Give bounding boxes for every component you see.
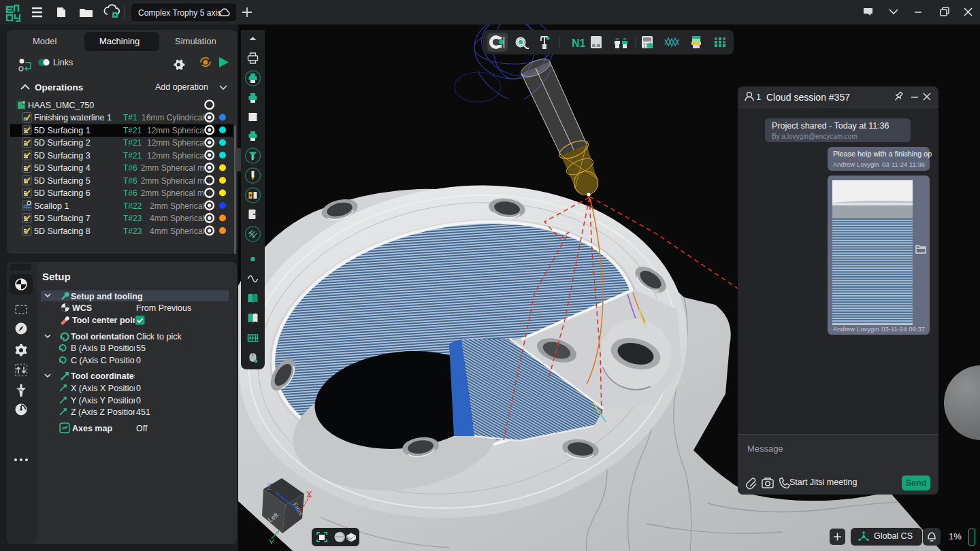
svg-text:T#21: T#21 <box>123 151 142 161</box>
svg-text:X (Axis X Position: X (Axis X Position <box>71 384 138 393</box>
svg-text:12mm Spherica: 12mm Spherica <box>147 151 204 161</box>
svg-text:Finishing waterline 1: Finishing waterline 1 <box>34 113 112 122</box>
svg-text:T#21: T#21 <box>123 126 142 135</box>
svg-text:5D Surfacing 4: 5D Surfacing 4 <box>34 163 91 173</box>
svg-text:B (Axis B Position: B (Axis B Position <box>71 344 138 353</box>
svg-text:16mm Cylindrical: 16mm Cylindrical <box>142 113 204 122</box>
svg-text:2mm Spherical m: 2mm Spherical m <box>141 163 204 173</box>
svg-text:5D Surfacing 2: 5D Surfacing 2 <box>34 138 91 148</box>
svg-text:T#1: T#1 <box>123 113 137 122</box>
svg-text:Click to pick: Click to pick <box>136 332 182 341</box>
svg-text:N1: N1 <box>572 37 586 49</box>
svg-text:WCS: WCS <box>72 303 92 313</box>
svg-text:T#22: T#22 <box>123 201 142 211</box>
svg-text:0: 0 <box>136 356 141 365</box>
svg-text:Complex Trophy 5 axis: Complex Trophy 5 axis <box>138 8 221 18</box>
svg-text:Z (Axis Z Position: Z (Axis Z Position <box>71 407 137 417</box>
svg-text:12mm Spherica: 12mm Spherica <box>147 126 204 135</box>
svg-text:4mm Spherical: 4mm Spherical <box>150 227 204 236</box>
svg-text:C (Axis C Position: C (Axis C Position <box>71 356 140 365</box>
svg-text:5D Surfacing 8: 5D Surfacing 8 <box>34 227 91 236</box>
svg-text:0: 0 <box>136 384 141 393</box>
svg-text:T#6: T#6 <box>123 176 137 186</box>
svg-text:From Previous: From Previous <box>136 303 191 313</box>
svg-text:T#6: T#6 <box>123 188 137 198</box>
svg-text:5D Surfacing 3: 5D Surfacing 3 <box>34 151 91 161</box>
svg-text:Links: Links <box>53 58 73 67</box>
svg-text:Operations: Operations <box>35 82 83 93</box>
svg-text:2mm Spherical m: 2mm Spherical m <box>141 176 204 186</box>
svg-text:5D Surfacing 5: 5D Surfacing 5 <box>34 176 91 186</box>
svg-text:0: 0 <box>136 396 141 405</box>
svg-text:Tool orientation: Tool orientation <box>71 332 135 341</box>
svg-text:Setup and tooling: Setup and tooling <box>71 292 143 301</box>
svg-text:5D Surfacing 1: 5D Surfacing 1 <box>34 126 91 135</box>
svg-text:1: 1 <box>756 92 761 102</box>
svg-text:2mm Spherical: 2mm Spherical <box>150 201 204 211</box>
svg-text:HAAS_UMC_750: HAAS_UMC_750 <box>28 101 94 110</box>
svg-text:Z: Z <box>267 482 272 492</box>
svg-text:Tool center point r: Tool center point r <box>72 316 146 325</box>
svg-text:Add operation: Add operation <box>155 82 208 92</box>
svg-text:Off: Off <box>136 424 148 433</box>
svg-text:451: 451 <box>136 407 150 417</box>
svg-text:12mm Spherica: 12mm Spherica <box>147 138 204 148</box>
svg-text:Setup: Setup <box>42 271 71 282</box>
svg-text:T#23: T#23 <box>123 214 142 223</box>
svg-text:5D Surfacing 7: 5D Surfacing 7 <box>34 214 91 223</box>
svg-text:Y (Axis Y Position: Y (Axis Y Position <box>71 396 138 405</box>
svg-text:T#23: T#23 <box>123 227 142 236</box>
svg-text:T#6: T#6 <box>123 163 137 173</box>
svg-text:T#21: T#21 <box>123 138 142 148</box>
svg-text:Y: Y <box>269 538 274 544</box>
svg-text:Cloud session #357: Cloud session #357 <box>766 92 850 103</box>
svg-text:X: X <box>306 489 312 499</box>
svg-text:Axes map: Axes map <box>72 424 112 433</box>
svg-text:2mm Spherical m: 2mm Spherical m <box>141 188 204 198</box>
svg-text:Scallop 1: Scallop 1 <box>34 201 69 211</box>
svg-text:4mm Spherical: 4mm Spherical <box>150 214 204 223</box>
svg-text:Tool coordinates in: Tool coordinates in <box>71 371 148 381</box>
svg-text:55: 55 <box>136 344 146 353</box>
svg-text:5D Surfacing 6: 5D Surfacing 6 <box>34 188 91 198</box>
